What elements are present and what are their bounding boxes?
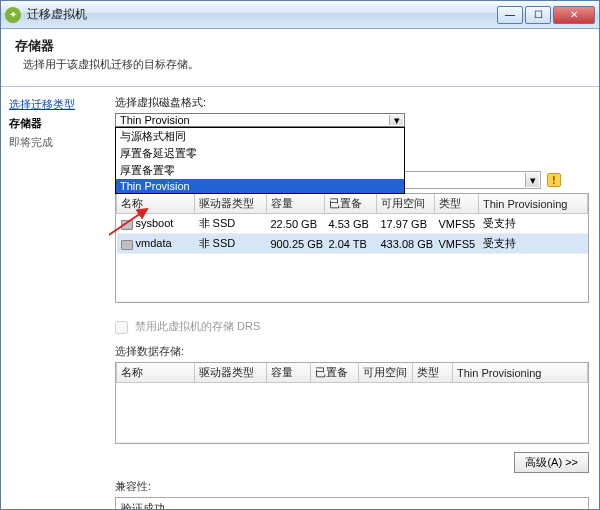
- format-opt-same[interactable]: 与源格式相同: [116, 128, 404, 145]
- format-opt-thin[interactable]: Thin Provision: [116, 179, 404, 193]
- col-drive-type[interactable]: 驱动器类型: [195, 363, 267, 383]
- disable-sdrs-label: 禁用此虚拟机的存储 DRS: [135, 320, 260, 332]
- col-free[interactable]: 可用空间: [377, 194, 435, 214]
- banner-sub: 选择用于该虚拟机迁移的目标存储。: [15, 57, 585, 72]
- minimize-button[interactable]: —: [497, 6, 523, 24]
- chevron-down-icon: ▾: [525, 173, 539, 187]
- col-name[interactable]: 名称: [117, 363, 195, 383]
- col-name[interactable]: 名称: [117, 194, 195, 214]
- disk-format-combo[interactable]: Thin Provision ▾: [115, 113, 405, 127]
- disk-format-label: 选择虚拟磁盘格式:: [115, 95, 589, 110]
- col-provisioned[interactable]: 已置备: [325, 194, 377, 214]
- migrate-vm-window: ✦ 迁移虚拟机 — ☐ ✕ 存储器 选择用于该虚拟机迁移的目标存储。 选择迁移类…: [0, 0, 600, 510]
- col-capacity[interactable]: 容量: [267, 363, 311, 383]
- selected-datastore-grid[interactable]: 名称 驱动器类型 容量 已置备 可用空间 类型 Thin Provisionin…: [115, 362, 589, 444]
- vsphere-icon: ✦: [5, 7, 21, 23]
- format-opt-thick-eager[interactable]: 厚置备置零: [116, 162, 404, 179]
- warning-icon: !: [547, 173, 561, 187]
- disk-format-value: Thin Provision: [120, 114, 190, 126]
- step-storage: 存储器: [9, 116, 101, 131]
- step-ready: 即将完成: [9, 135, 101, 150]
- col-provisioned[interactable]: 已置备: [311, 363, 359, 383]
- col-thin[interactable]: Thin Provisioning: [453, 363, 588, 383]
- titlebar[interactable]: ✦ 迁移虚拟机 — ☐ ✕: [1, 1, 599, 29]
- datastore-icon: [121, 240, 133, 250]
- advanced-button[interactable]: 高级(A) >>: [514, 452, 589, 473]
- table-row[interactable]: vmdata 非 SSD 900.25 GB 2.04 TB 433.08 GB…: [117, 234, 588, 254]
- compatibility-status: 验证成功: [121, 502, 165, 509]
- chevron-down-icon: ▾: [389, 115, 403, 125]
- col-free[interactable]: 可用空间: [359, 363, 413, 383]
- compatibility-box: 验证成功: [115, 497, 589, 509]
- compatibility-label: 兼容性:: [115, 479, 589, 494]
- select-datastore-label: 选择数据存储:: [115, 344, 589, 359]
- main-panel: 选择虚拟磁盘格式: Thin Provision ▾ 与源格式相同 厚置备延迟置…: [109, 87, 599, 509]
- col-capacity[interactable]: 容量: [267, 194, 325, 214]
- datastore-grid[interactable]: 名称 驱动器类型 容量 已置备 可用空间 类型 Thin Provisionin…: [115, 193, 589, 303]
- wizard-banner: 存储器 选择用于该虚拟机迁移的目标存储。: [1, 29, 599, 87]
- datastore-icon: [121, 220, 133, 230]
- table-row[interactable]: sysboot 非 SSD 22.50 GB 4.53 GB 17.97 GB …: [117, 214, 588, 234]
- col-drive-type[interactable]: 驱动器类型: [195, 194, 267, 214]
- maximize-button[interactable]: ☐: [525, 6, 551, 24]
- wizard-steps: 选择迁移类型 存储器 即将完成: [1, 87, 109, 509]
- banner-heading: 存储器: [15, 37, 585, 55]
- disk-format-dropdown[interactable]: 与源格式相同 厚置备延迟置零 厚置备置零 Thin Provision: [115, 127, 405, 194]
- format-opt-thick-lazy[interactable]: 厚置备延迟置零: [116, 145, 404, 162]
- disable-sdrs-checkbox: [115, 321, 128, 334]
- step-migration-type[interactable]: 选择迁移类型: [9, 97, 101, 112]
- close-button[interactable]: ✕: [553, 6, 595, 24]
- col-type[interactable]: 类型: [435, 194, 479, 214]
- window-title: 迁移虚拟机: [27, 6, 497, 23]
- disable-sdrs-row: 禁用此虚拟机的存储 DRS: [115, 319, 589, 334]
- col-type[interactable]: 类型: [413, 363, 453, 383]
- col-thin[interactable]: Thin Provisioning: [479, 194, 588, 214]
